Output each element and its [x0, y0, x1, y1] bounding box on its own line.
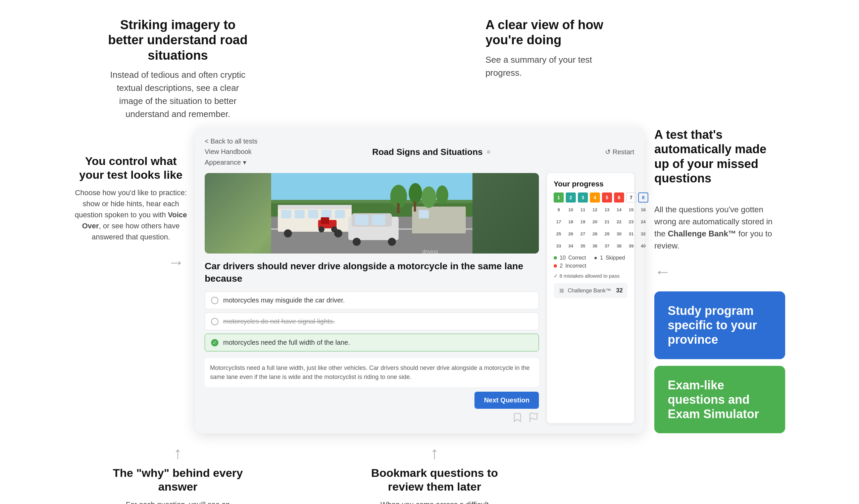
appearance-chevron: ▾ [243, 158, 246, 166]
sim-title-area: Road Signs and Situations ≡ [372, 147, 490, 157]
svg-rect-40 [562, 289, 563, 290]
incorrect-count: 2 [560, 263, 563, 269]
view-handbook-link[interactable]: View Handbook [205, 148, 257, 156]
progress-number-cell[interactable]: 15 [626, 205, 636, 215]
annotation-top-left: Striking imagery to better understand ro… [107, 17, 248, 121]
progress-number-cell[interactable]: 25 [554, 229, 564, 239]
quiz-option-1[interactable]: motorcycles may misguide the car driver. [205, 292, 539, 309]
correct-stat: 10 Correct ● 1 Skipped [554, 255, 628, 261]
bottom-left-annotation: ↑ The "why" behind every answer For each… [107, 443, 248, 504]
progress-number-cell[interactable]: 38 [614, 241, 624, 251]
top-left-body: Instead of tedious and often cryptic tex… [107, 68, 248, 121]
option-1-radio [211, 297, 218, 304]
quiz-main: driving tests Car drivers should never d… [205, 173, 539, 423]
progress-number-cell[interactable]: 8 [638, 192, 648, 203]
right-top-annotation: A test that's automatically made up of y… [654, 127, 782, 252]
progress-number-cell[interactable]: 39 [626, 241, 636, 251]
incorrect-stat: 2 Incorrect [554, 263, 628, 269]
progress-number-cell[interactable]: 32 [638, 229, 648, 239]
progress-number-cell[interactable]: 37 [602, 241, 612, 251]
progress-number-cell[interactable]: 6 [614, 192, 624, 203]
progress-number-cell[interactable]: 11 [578, 205, 588, 215]
sim-header: < Back to all tests View Handbook Appear… [205, 138, 634, 166]
svg-point-15 [284, 230, 292, 237]
flag-icon[interactable] [528, 412, 539, 423]
progress-number-cell[interactable]: 33 [554, 241, 564, 251]
appearance-button[interactable]: Appearance ▾ [205, 158, 257, 166]
bottom-annotations: ↑ The "why" behind every answer For each… [60, 443, 799, 504]
mistakes-allowed: ✓ 8 mistakes allowed to pass [554, 273, 628, 279]
progress-number-cell[interactable]: 2 [566, 192, 576, 203]
progress-number-cell[interactable]: 17 [554, 217, 564, 227]
progress-number-cell[interactable]: 13 [602, 205, 612, 215]
progress-panel: Your progress 12345678910111213141516171… [547, 173, 634, 423]
road-scene-svg: driving tests [205, 173, 539, 253]
progress-number-cell[interactable]: 10 [566, 205, 576, 215]
bookmark-icon[interactable] [512, 412, 523, 423]
progress-number-cell[interactable]: 4 [590, 192, 600, 203]
back-to-tests-link[interactable]: < Back to all tests [205, 138, 257, 145]
progress-number-cell[interactable]: 35 [578, 241, 588, 251]
progress-number-cell[interactable]: 7 [626, 192, 636, 203]
progress-number-cell[interactable]: 1 [554, 192, 564, 203]
progress-number-cell[interactable]: 18 [566, 217, 576, 227]
svg-point-26 [331, 226, 337, 232]
feature-green-title: Exam-like questions and Exam Simulator [668, 378, 772, 422]
option-1-text: motorcycles may misguide the car driver. [223, 296, 345, 304]
quiz-option-2[interactable]: motorcycles do not have signal lights. [205, 313, 539, 330]
quiz-options: motorcycles may misguide the car driver.… [205, 292, 539, 351]
incorrect-dot [554, 264, 557, 268]
restart-label: ↺ Restart [605, 148, 634, 156]
progress-number-cell[interactable]: 40 [638, 241, 648, 251]
svg-rect-9 [278, 205, 352, 209]
top-right-body: See a summary of your test progress. [485, 53, 613, 79]
svg-rect-41 [560, 291, 561, 292]
challenge-bank-label: Challenge Bank™ [568, 288, 611, 294]
progress-number-cell[interactable]: 23 [626, 217, 636, 227]
progress-number-cell[interactable]: 28 [590, 229, 600, 239]
progress-number-cell[interactable]: 31 [626, 229, 636, 239]
svg-point-25 [318, 226, 325, 232]
progress-number-cell[interactable]: 24 [638, 217, 648, 227]
svg-point-32 [436, 186, 448, 204]
annotation-top-right: A clear view of how you're doing See a s… [485, 17, 613, 121]
right-top-body: All the questions you've gotten wrong ar… [654, 204, 782, 252]
content-area: Striking imagery to better understand ro… [60, 17, 799, 487]
svg-point-31 [421, 186, 436, 208]
right-section: A test that's automatically made up of y… [644, 127, 785, 433]
progress-number-cell[interactable]: 20 [590, 217, 600, 227]
progress-number-cell[interactable]: 22 [614, 217, 624, 227]
svg-rect-11 [295, 210, 305, 218]
progress-number-cell[interactable]: 12 [590, 205, 600, 215]
challenge-bank-count: 32 [616, 287, 623, 294]
progress-number-cell[interactable]: 29 [602, 229, 612, 239]
svg-rect-34 [414, 202, 416, 211]
progress-number-cell[interactable]: 34 [566, 241, 576, 251]
next-question-button[interactable]: Next Question [474, 392, 539, 409]
progress-number-cell[interactable]: 9 [554, 205, 564, 215]
svg-rect-28 [419, 210, 429, 218]
progress-number-cell[interactable]: 19 [578, 217, 588, 227]
progress-number-cell[interactable]: 36 [590, 241, 600, 251]
sim-nav: < Back to all tests View Handbook Appear… [205, 138, 257, 166]
restart-button[interactable]: ↺ Restart [605, 148, 634, 156]
quiz-image: driving tests [205, 173, 539, 253]
bottom-left-body: For each question, you'll see an explana… [107, 499, 248, 504]
skipped-count: 1 [600, 255, 603, 261]
top-annotations: Striking imagery to better understand ro… [60, 17, 799, 121]
progress-number-cell[interactable]: 27 [578, 229, 588, 239]
sim-title: Road Signs and Situations [372, 147, 483, 157]
quiz-option-3[interactable]: motorcycles need the full width of the l… [205, 334, 539, 351]
progress-number-cell[interactable]: 16 [638, 205, 648, 215]
progress-number-cell[interactable]: 30 [614, 229, 624, 239]
progress-number-cell[interactable]: 26 [566, 229, 576, 239]
svg-rect-42 [562, 291, 563, 292]
correct-count: 10 [560, 255, 566, 261]
progress-number-cell[interactable]: 3 [578, 192, 588, 203]
progress-number-cell[interactable]: 21 [602, 217, 612, 227]
svg-rect-12 [308, 210, 318, 218]
challenge-bank[interactable]: Challenge Bank™ 32 [554, 283, 628, 298]
progress-number-cell[interactable]: 14 [614, 205, 624, 215]
progress-number-cell[interactable]: 5 [602, 192, 612, 203]
correct-label: Correct [569, 255, 586, 261]
